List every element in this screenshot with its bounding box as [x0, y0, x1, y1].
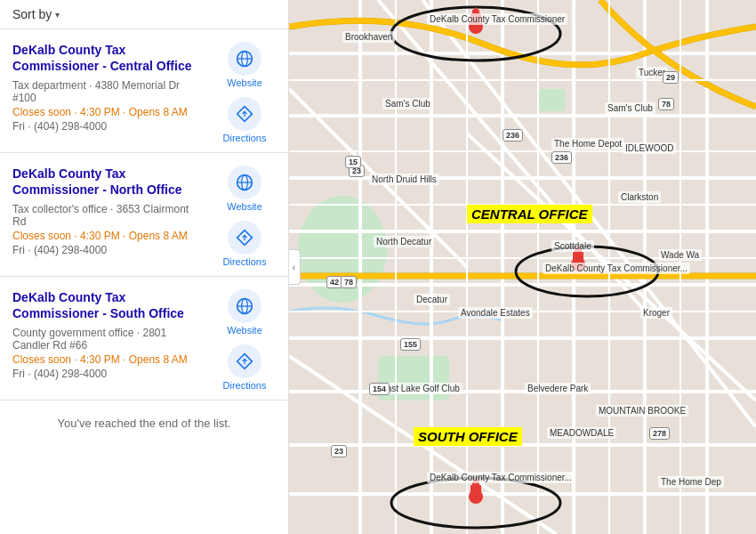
- listing-type-0: Tax department · 4380 Memorial Dr #100: [12, 79, 205, 104]
- website-label-1: Website: [227, 201, 262, 212]
- map-place-5: North Druid Hills: [369, 174, 439, 185]
- directions-icon-circle-0: [228, 97, 261, 131]
- highway-badge-1: 78: [658, 98, 674, 110]
- listing-hours-0: Closes soon · 4:30 PM · Opens 8 AM: [12, 106, 205, 118]
- listing-info-0: DeKalb County Tax Commissioner - Central…: [12, 42, 205, 133]
- highway-badge-4: 236: [551, 151, 572, 164]
- map-place-4: IDLEWOOD: [623, 142, 676, 154]
- map-place-19: The Home Dep: [658, 476, 724, 488]
- map-place-7: The Home Depot: [551, 138, 624, 150]
- map-place-21: DeKalb County Tax Commissioner...: [543, 263, 690, 274]
- listing-name-0[interactable]: DeKalb County Tax Commissioner - Central…: [12, 42, 205, 74]
- map-place-1: Sam's Club: [382, 98, 433, 109]
- listing-info-1: DeKalb County Tax Commissioner - North O…: [12, 166, 205, 256]
- end-of-list-label: You've reached the end of the list.: [0, 400, 288, 446]
- directions-icon-circle-1: [228, 221, 261, 255]
- highway-badge-11: 278: [649, 427, 670, 440]
- map-place-3: Sam's Club: [605, 102, 655, 114]
- website-label-0: Website: [227, 77, 262, 88]
- central-office-map-label: CENTRAL OFFICE: [467, 205, 592, 223]
- svg-rect-18: [538, 89, 565, 111]
- map-place-15: East Lake Golf Club: [378, 383, 462, 394]
- listing-actions-0: Website Directions: [213, 42, 276, 143]
- highway-badge-8: 155: [400, 338, 421, 351]
- collapse-panel-button[interactable]: ‹: [289, 249, 301, 285]
- listing-item-2[interactable]: DeKalb County Tax Commissioner - South O…: [0, 277, 288, 400]
- directions-label-1: Directions: [223, 256, 267, 267]
- sort-arrow-icon: ▾: [55, 10, 60, 20]
- map-place-11: Decatur: [414, 294, 450, 305]
- listing-phone-2: Fri · (404) 298-4000: [12, 368, 205, 380]
- directions-icon-circle-2: [228, 344, 261, 378]
- map-place-13: Avondale Estates: [458, 307, 533, 319]
- map-place-10: North Decatur: [374, 236, 434, 247]
- highway-badge-5: 15: [345, 156, 361, 168]
- map-place-20: DeKalb County Tax Commissioner: [427, 13, 567, 25]
- map-place-6: Clarkston: [618, 191, 661, 203]
- listings-container: DeKalb County Tax Commissioner - Central…: [0, 29, 288, 400]
- listing-name-2[interactable]: DeKalb County Tax Commissioner - South O…: [12, 289, 205, 321]
- map-place-14: Kroger: [640, 307, 672, 319]
- highway-badge-0: 29: [663, 71, 679, 84]
- south-office-map-label: SOUTH OFFICE: [414, 427, 522, 446]
- map-place-9: Scottdale: [551, 240, 594, 252]
- directions-button-1[interactable]: Directions: [223, 221, 267, 267]
- directions-label-2: Directions: [223, 380, 267, 391]
- map-panel: BrookhavenSam's ClubTuckerSam's ClubIDLE…: [289, 0, 756, 534]
- listing-hours-1: Closes soon · 4:30 PM · Opens 8 AM: [12, 230, 205, 242]
- website-icon-circle-2: [228, 289, 261, 323]
- listing-actions-2: Website Directions: [213, 289, 276, 391]
- listing-hours-2: Closes soon · 4:30 PM · Opens 8 AM: [12, 353, 205, 366]
- directions-label-0: Directions: [223, 133, 267, 143]
- website-icon-circle-1: [228, 166, 261, 199]
- highway-badge-7: 78: [341, 276, 357, 288]
- map-place-12: Wade Wa: [658, 249, 702, 261]
- listing-info-2: DeKalb County Tax Commissioner - South O…: [12, 289, 205, 380]
- website-label-2: Website: [227, 325, 262, 336]
- map-place-22: DeKalb County Tax Commissioner...: [427, 472, 575, 483]
- directions-button-2[interactable]: Directions: [223, 344, 267, 391]
- highway-badge-10: 23: [331, 445, 347, 457]
- listing-item-1[interactable]: DeKalb County Tax Commissioner - North O…: [0, 153, 288, 277]
- listing-actions-1: Website Directions: [213, 166, 276, 267]
- highway-badge-2: 236: [503, 129, 523, 142]
- listing-name-1[interactable]: DeKalb County Tax Commissioner - North O…: [12, 166, 205, 198]
- sort-label: Sort by: [12, 7, 52, 21]
- highway-badge-9: 154: [369, 383, 390, 395]
- website-icon-circle-0: [228, 42, 261, 76]
- left-panel: Sort by ▾ DeKalb County Tax Commissioner…: [0, 0, 289, 534]
- sort-bar[interactable]: Sort by ▾: [0, 0, 288, 29]
- listing-type-1: Tax collector's office · 3653 Clairmont …: [12, 203, 205, 228]
- listing-item-0[interactable]: DeKalb County Tax Commissioner - Central…: [0, 29, 288, 153]
- listing-phone-0: Fri · (404) 298-4000: [12, 120, 205, 133]
- website-button-2[interactable]: Website: [227, 289, 262, 336]
- map-place-18: MEADOWDALE: [547, 427, 616, 439]
- map-place-17: MOUNTAIN BROOKE: [596, 405, 688, 417]
- map-place-0: Brookhaven: [342, 31, 395, 43]
- website-button-1[interactable]: Website: [227, 166, 262, 212]
- listing-phone-1: Fri · (404) 298-4000: [12, 244, 205, 256]
- directions-button-0[interactable]: Directions: [223, 97, 267, 143]
- map-place-16: Belvedere Park: [525, 383, 591, 394]
- listing-type-2: County government office · 2801 Candler …: [12, 327, 205, 352]
- website-button-0[interactable]: Website: [227, 42, 262, 88]
